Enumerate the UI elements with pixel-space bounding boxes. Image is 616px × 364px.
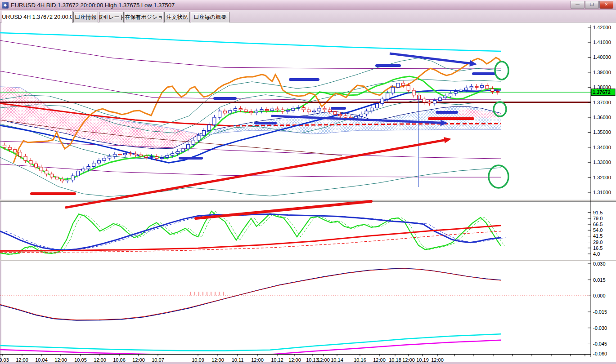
svg-text:12:00: 12:00	[16, 357, 28, 363]
svg-text:0.015: 0.015	[593, 277, 606, 283]
tab-取引レート[interactable]: 取引レート	[99, 12, 124, 22]
svg-text:12:00: 12:00	[94, 357, 106, 363]
svg-text:12:00: 12:00	[317, 357, 330, 363]
svg-text:10.05: 10.05	[74, 357, 87, 363]
svg-text:10.04: 10.04	[35, 357, 48, 363]
svg-text:-0.045: -0.045	[593, 341, 607, 346]
svg-text:12:00: 12:00	[288, 357, 301, 363]
window-controls: — ❐ ✕	[571, 1, 613, 9]
svg-text:10.03: 10.03	[0, 357, 9, 363]
svg-text:54.0: 54.0	[593, 227, 603, 233]
tab-注文状況[interactable]: 注文状況	[164, 12, 190, 22]
svg-text:12:00: 12:00	[132, 357, 145, 363]
svg-text:0.030: 0.030	[593, 261, 606, 266]
minimize-button[interactable]: —	[571, 1, 585, 9]
restore-button[interactable]: ❐	[585, 1, 599, 9]
svg-text:1.42000: 1.42000	[593, 25, 611, 30]
svg-text:10.16: 10.16	[354, 357, 366, 363]
svg-text:12:00: 12:00	[431, 357, 444, 363]
app-window: ◆ EURUSD 4H BID 1.37672 20:00:00 High 1.…	[0, 0, 616, 364]
svg-text:1.33000: 1.33000	[593, 160, 611, 165]
svg-text:10.07: 10.07	[152, 357, 164, 363]
svg-text:12:00: 12:00	[54, 357, 67, 363]
svg-text:1.40000: 1.40000	[593, 54, 611, 60]
svg-text:66.5: 66.5	[593, 222, 603, 227]
svg-text:1.39000: 1.39000	[593, 70, 611, 75]
svg-text:1.34000: 1.34000	[593, 145, 611, 150]
svg-text:-0.030: -0.030	[593, 325, 607, 331]
partial-tick: -0.060	[593, 351, 607, 356]
svg-text:91.5: 91.5	[593, 210, 603, 215]
svg-text:10.14: 10.14	[331, 357, 343, 363]
svg-text:0.000: 0.000	[593, 293, 606, 298]
svg-text:29.0: 29.0	[593, 240, 603, 245]
svg-text:79.0: 79.0	[593, 216, 603, 221]
svg-text:10.13: 10.13	[306, 357, 319, 363]
svg-text:10.11: 10.11	[232, 357, 244, 363]
svg-text:41.5: 41.5	[593, 233, 603, 239]
tab-現在保有ポジション[interactable]: 現在保有ポジション	[125, 12, 163, 22]
svg-text:1.41000: 1.41000	[593, 40, 611, 45]
svg-text:10.12: 10.12	[271, 357, 283, 363]
price-chart-svg[interactable]: 1.420001.410001.400001.390001.380001.370…	[0, 22, 616, 364]
tab-口座情報[interactable]: 口座情報	[73, 12, 98, 22]
svg-text:4.0: 4.0	[593, 251, 600, 257]
svg-text:1.32000: 1.32000	[593, 175, 611, 180]
title-bar[interactable]: ◆ EURUSD 4H BID 1.37672 20:00:00 High 1.…	[0, 0, 616, 10]
svg-text:1.36000: 1.36000	[593, 115, 611, 120]
svg-text:10.19: 10.19	[416, 357, 429, 363]
svg-text:1.35000: 1.35000	[593, 129, 611, 135]
close-button[interactable]: ✕	[599, 1, 613, 9]
svg-text:1.37000: 1.37000	[593, 100, 611, 105]
svg-text:10.09: 10.09	[192, 357, 204, 363]
tab-口座毎の概要[interactable]: 口座毎の概要	[191, 12, 229, 22]
tab-chart[interactable]: EURUSD 4H 1.37672 20:00:00	[2, 11, 72, 23]
svg-text:1.31000: 1.31000	[593, 190, 611, 195]
svg-text:1.37672: 1.37672	[593, 89, 611, 95]
svg-text:10.18: 10.18	[389, 357, 401, 363]
svg-text:16.5: 16.5	[593, 245, 603, 251]
svg-text:12:00: 12:00	[373, 357, 386, 363]
svg-text:10.06: 10.06	[113, 357, 126, 363]
tab-bar: EURUSD 4H 1.37672 20:00:00口座情報取引レート現在保有ポ…	[0, 10, 616, 22]
svg-text:12:00: 12:00	[402, 357, 415, 363]
app-icon: ◆	[2, 2, 9, 9]
svg-text:12:00: 12:00	[251, 357, 264, 363]
svg-text:-0.015: -0.015	[593, 309, 607, 315]
window-title: EURUSD 4H BID 1.37672 20:00:00 High 1.37…	[11, 2, 175, 9]
chart-canvas[interactable]: 1.420001.410001.400001.390001.380001.370…	[0, 22, 616, 364]
svg-text:12:00: 12:00	[211, 357, 224, 363]
